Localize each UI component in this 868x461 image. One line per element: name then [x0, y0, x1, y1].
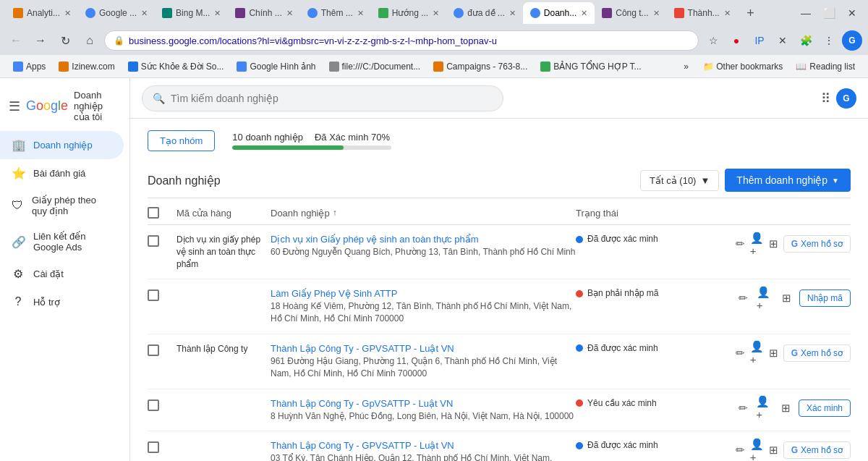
bookmark-googleimages[interactable]: Google Hình ảnh [231, 59, 321, 74]
search-input[interactable] [171, 93, 493, 104]
add-user-icon-button[interactable]: 👤+ [756, 398, 773, 418]
view-profile-button[interactable]: G Xem hồ sơ [783, 344, 851, 362]
minimize-button[interactable]: — [796, 3, 816, 23]
tab-close-bing[interactable]: ✕ [214, 9, 221, 18]
edit-icon-button[interactable]: ✏ [735, 234, 746, 254]
tab-google[interactable]: Google ... ✕ [78, 2, 155, 24]
row-select-checkbox[interactable] [148, 399, 159, 411]
tab-close-cong[interactable]: ✕ [653, 9, 660, 18]
tab-doanh[interactable]: Doanh... ✕ [523, 2, 595, 24]
row-actions-0: ✏ 👤+ ⊞ G Xem hồ sơ [735, 234, 851, 254]
tab-close-dua[interactable]: ✕ [509, 9, 516, 18]
view-profile-button[interactable]: G Xem hồ sơ [783, 441, 851, 459]
new-tab-button[interactable]: + [741, 3, 761, 23]
browser-menu-button[interactable]: ⋮ [819, 30, 839, 51]
row-checkbox-1[interactable] [148, 288, 176, 301]
row-select-checkbox[interactable] [148, 289, 159, 301]
back-button[interactable]: ← [6, 30, 26, 51]
tab-cong[interactable]: Công t... ✕ [595, 2, 666, 24]
row-checkbox-4[interactable] [148, 440, 176, 453]
create-group-button[interactable]: Tạo nhóm [148, 130, 215, 151]
edit-icon-button[interactable]: ✏ [735, 288, 752, 308]
tab-thanh[interactable]: Thành... ✕ [667, 2, 738, 24]
reload-button[interactable]: ↻ [55, 30, 75, 51]
bookmark-campaigns[interactable]: Campaigns - 763-8... [427, 59, 533, 74]
tab-dua[interactable]: đưa dề ... ✕ [446, 2, 523, 24]
more-options-icon-button[interactable]: ⊞ [768, 343, 779, 363]
home-button[interactable]: ⌂ [80, 30, 100, 51]
enter-code-button[interactable]: Nhập mã [799, 289, 851, 307]
more-options-icon-button[interactable]: ⊞ [778, 398, 794, 418]
add-user-icon-button[interactable]: 👤+ [750, 440, 764, 460]
profile-avatar[interactable]: G [842, 30, 862, 51]
user-avatar[interactable]: G [836, 88, 856, 109]
tab-close-huong[interactable]: ✕ [433, 9, 439, 18]
tab-icon-analytics [13, 8, 23, 18]
more-options-icon-button[interactable]: ⊞ [768, 440, 779, 460]
row-checkbox-2[interactable] [148, 343, 176, 356]
extensions-icon[interactable]: 🧩 [796, 30, 816, 51]
row-status-0: Đã được xác minh [576, 234, 735, 244]
add-user-icon-button[interactable]: 👤+ [750, 234, 764, 254]
add-business-button[interactable]: Thêm doanh nghiệp ▼ [725, 169, 851, 192]
row-select-checkbox[interactable] [148, 344, 159, 356]
row-checkbox-0[interactable] [148, 234, 176, 247]
sort-business-icon[interactable]: ↑ [333, 208, 337, 218]
sidebar-item-lienket[interactable]: 🔗 Liên kết đến Google Ads [0, 224, 124, 260]
reading-list-button[interactable]: 📖 Reading list [790, 59, 861, 74]
bookmark-file[interactable]: file:///C:/Document... [323, 59, 427, 74]
edit-icon-button[interactable]: ✏ [735, 343, 746, 363]
select-all-checkbox[interactable] [148, 207, 159, 219]
sidebar-item-giayphep[interactable]: 🛡 Giấy phép theo quy định [0, 187, 124, 224]
app-layout: ☰ Google Doanh nghiệp của tôi 🏢 Doanh ng… [0, 78, 868, 461]
bookmark-izinew[interactable]: Izinew.com [53, 59, 120, 74]
sidebar-item-doanhnghiep[interactable]: 🏢 Doanh nghiệp [0, 131, 124, 159]
tab-them[interactable]: Thêm ... ✕ [300, 2, 371, 24]
more-options-icon-button[interactable]: ⊞ [778, 288, 795, 308]
row-select-checkbox[interactable] [148, 441, 159, 453]
edit-icon-button[interactable]: ✏ [735, 440, 746, 460]
tab-chinh[interactable]: Chính ... ✕ [228, 2, 299, 24]
tab-close-them[interactable]: ✕ [357, 9, 364, 18]
table-row: Thành Lập Công Ty - GpVSATTP - Luật VN 8… [148, 389, 851, 432]
bookmark-star-icon[interactable]: ☆ [703, 30, 723, 51]
address-bar[interactable]: 🔒 business.google.com/locations?hl=vi&gm… [104, 30, 699, 51]
business-name: Thành Lập Công Ty - GpVSATTP - Luật VN [271, 398, 576, 409]
pinterest-icon[interactable]: ● [726, 30, 746, 51]
sidebar-item-hotro[interactable]: ? Hỗ trợ [0, 288, 124, 316]
view-profile-button[interactable]: G Xem hồ sơ [783, 235, 851, 253]
other-bookmarks-button[interactable]: 📁 Other bookmarks [697, 59, 788, 74]
add-user-icon-button[interactable]: 👤+ [750, 343, 764, 363]
tab-close-analytics[interactable]: ✕ [64, 9, 71, 18]
filter-dropdown[interactable]: Tất cả (10) ▼ [640, 170, 719, 191]
bookmark-bangtong[interactable]: BẢNG TỔNG HỢP T... [535, 59, 647, 74]
bookmark-suckhoe[interactable]: Sức Khỏe & Đời So... [122, 59, 230, 74]
tab-analytics[interactable]: Analyti... ✕ [6, 2, 78, 24]
sidebar-item-danhgia[interactable]: ⭐ Bài đánh giá [0, 159, 124, 187]
hamburger-menu-button[interactable]: ☰ [9, 98, 20, 114]
search-box[interactable]: 🔍 [142, 85, 503, 111]
more-options-icon-button[interactable]: ⊞ [768, 234, 779, 254]
verify-button[interactable]: Xác minh [799, 399, 851, 417]
forward-button[interactable]: → [30, 30, 51, 51]
row-checkbox-3[interactable] [148, 398, 176, 411]
business-address: 961 Đường Hậu Giang, Phường 11, Quận 6, … [271, 355, 576, 380]
google-apps-grid-icon[interactable]: ⠿ [821, 90, 830, 106]
tab-bing[interactable]: Bing M... ✕ [155, 2, 228, 24]
tab-huong[interactable]: Hướng ... ✕ [371, 2, 446, 24]
restore-button[interactable]: ⬜ [819, 3, 839, 23]
tab-close-thanh[interactable]: ✕ [724, 9, 731, 18]
password-manager-icon[interactable]: IP [749, 30, 770, 51]
tab-close-google[interactable]: ✕ [141, 9, 148, 18]
row-select-checkbox[interactable] [148, 235, 159, 247]
bookmark-apps[interactable]: Apps [7, 59, 51, 74]
tab-close-chinh[interactable]: ✕ [286, 9, 293, 18]
bookmarks-more-button[interactable]: » [679, 59, 693, 74]
close-window-button[interactable]: ✕ [842, 3, 862, 23]
column-headers: Mã cửa hàng Doanh nghiệp ↑ Trạng thái [148, 201, 851, 225]
tab-close-doanh[interactable]: ✕ [581, 9, 587, 18]
twitter-icon[interactable]: ✕ [773, 30, 793, 51]
add-user-icon-button[interactable]: 👤+ [757, 288, 774, 308]
sidebar-item-caidat[interactable]: ⚙ Cài đặt [0, 260, 124, 288]
edit-icon-button[interactable]: ✏ [735, 398, 752, 418]
